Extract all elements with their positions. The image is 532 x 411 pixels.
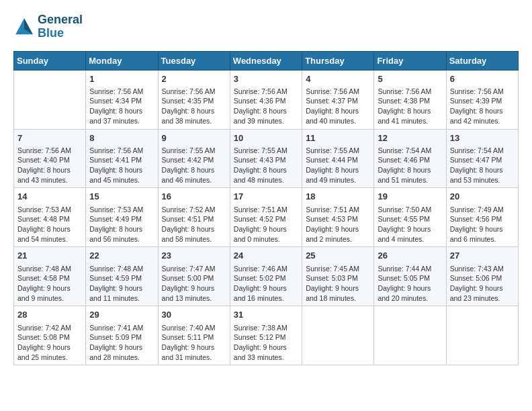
page-header: General Blue	[13, 13, 519, 40]
day-number: 25	[306, 250, 370, 262]
calendar-cell: 29Sunrise: 7:41 AMSunset: 5:09 PMDayligh…	[86, 306, 158, 365]
day-number: 12	[378, 132, 442, 144]
day-info: Sunrise: 7:56 AMSunset: 4:36 PMDaylight:…	[234, 87, 298, 126]
day-info: Sunrise: 7:43 AMSunset: 5:06 PMDaylight:…	[450, 264, 515, 304]
day-info: Sunrise: 7:46 AMSunset: 5:02 PMDaylight:…	[234, 264, 298, 304]
day-info: Sunrise: 7:54 AMSunset: 4:46 PMDaylight:…	[378, 146, 442, 185]
week-row-3: 14Sunrise: 7:53 AMSunset: 4:48 PMDayligh…	[14, 188, 519, 247]
logo-text: General Blue	[38, 13, 83, 40]
calendar-cell: 14Sunrise: 7:53 AMSunset: 4:48 PMDayligh…	[14, 188, 86, 247]
day-number: 8	[89, 132, 154, 144]
day-info: Sunrise: 7:42 AMSunset: 5:08 PMDaylight:…	[17, 323, 82, 363]
day-number: 30	[162, 309, 226, 321]
day-info: Sunrise: 7:56 AMSunset: 4:39 PMDaylight:…	[450, 87, 515, 126]
day-info: Sunrise: 7:56 AMSunset: 4:37 PMDaylight:…	[306, 87, 370, 126]
calendar-cell: 6Sunrise: 7:56 AMSunset: 4:39 PMDaylight…	[446, 70, 518, 129]
calendar-cell	[446, 306, 518, 365]
day-number: 10	[234, 132, 298, 144]
day-info: Sunrise: 7:40 AMSunset: 5:11 PMDaylight:…	[162, 323, 226, 363]
day-info: Sunrise: 7:48 AMSunset: 4:58 PMDaylight:…	[17, 264, 82, 304]
day-info: Sunrise: 7:44 AMSunset: 5:05 PMDaylight:…	[378, 264, 442, 304]
calendar-cell: 9Sunrise: 7:55 AMSunset: 4:42 PMDaylight…	[158, 129, 230, 188]
calendar-cell: 23Sunrise: 7:47 AMSunset: 5:00 PMDayligh…	[158, 247, 230, 306]
day-info: Sunrise: 7:49 AMSunset: 4:56 PMDaylight:…	[450, 205, 515, 244]
header-row: SundayMondayTuesdayWednesdayThursdayFrid…	[14, 51, 519, 70]
logo: General Blue	[13, 13, 83, 40]
day-info: Sunrise: 7:53 AMSunset: 4:48 PMDaylight:…	[17, 205, 82, 244]
day-info: Sunrise: 7:48 AMSunset: 4:59 PMDaylight:…	[89, 264, 154, 304]
day-info: Sunrise: 7:51 AMSunset: 4:52 PMDaylight:…	[234, 205, 298, 244]
calendar-cell: 28Sunrise: 7:42 AMSunset: 5:08 PMDayligh…	[14, 306, 86, 365]
day-number: 6	[450, 73, 515, 85]
day-number: 21	[17, 250, 82, 262]
day-info: Sunrise: 7:38 AMSunset: 5:12 PMDaylight:…	[234, 323, 298, 363]
day-info: Sunrise: 7:55 AMSunset: 4:43 PMDaylight:…	[234, 146, 298, 185]
calendar-cell: 26Sunrise: 7:44 AMSunset: 5:05 PMDayligh…	[374, 247, 446, 306]
day-number: 9	[162, 132, 226, 144]
calendar-cell: 21Sunrise: 7:48 AMSunset: 4:58 PMDayligh…	[14, 247, 86, 306]
day-number: 4	[306, 73, 370, 85]
day-number: 26	[378, 250, 442, 262]
day-number: 24	[234, 250, 298, 262]
day-number: 7	[17, 132, 82, 144]
calendar-table: SundayMondayTuesdayWednesdayThursdayFrid…	[13, 51, 519, 366]
calendar-cell: 25Sunrise: 7:45 AMSunset: 5:03 PMDayligh…	[302, 247, 374, 306]
calendar-cell: 22Sunrise: 7:48 AMSunset: 4:59 PMDayligh…	[86, 247, 158, 306]
calendar-cell	[14, 70, 86, 129]
calendar-cell: 17Sunrise: 7:51 AMSunset: 4:52 PMDayligh…	[230, 188, 302, 247]
calendar-cell: 18Sunrise: 7:51 AMSunset: 4:53 PMDayligh…	[302, 188, 374, 247]
calendar-cell	[374, 306, 446, 365]
week-row-2: 7Sunrise: 7:56 AMSunset: 4:40 PMDaylight…	[14, 129, 519, 188]
calendar-cell: 15Sunrise: 7:53 AMSunset: 4:49 PMDayligh…	[86, 188, 158, 247]
calendar-cell: 13Sunrise: 7:54 AMSunset: 4:47 PMDayligh…	[446, 129, 518, 188]
calendar-cell: 2Sunrise: 7:56 AMSunset: 4:35 PMDaylight…	[158, 70, 230, 129]
day-number: 22	[89, 250, 154, 262]
day-info: Sunrise: 7:55 AMSunset: 4:44 PMDaylight:…	[306, 146, 370, 185]
day-info: Sunrise: 7:56 AMSunset: 4:38 PMDaylight:…	[378, 87, 442, 126]
day-info: Sunrise: 7:52 AMSunset: 4:51 PMDaylight:…	[162, 205, 226, 244]
calendar-cell: 7Sunrise: 7:56 AMSunset: 4:40 PMDaylight…	[14, 129, 86, 188]
day-number: 11	[306, 132, 370, 144]
calendar-cell	[302, 306, 374, 365]
calendar-body: 1Sunrise: 7:56 AMSunset: 4:34 PMDaylight…	[14, 70, 519, 365]
day-number: 3	[234, 73, 298, 85]
calendar-cell: 16Sunrise: 7:52 AMSunset: 4:51 PMDayligh…	[158, 188, 230, 247]
day-info: Sunrise: 7:56 AMSunset: 4:35 PMDaylight:…	[162, 87, 226, 126]
day-info: Sunrise: 7:45 AMSunset: 5:03 PMDaylight:…	[306, 264, 370, 304]
day-number: 29	[89, 309, 154, 321]
day-number: 14	[17, 191, 82, 203]
day-number: 15	[89, 191, 154, 203]
calendar-cell: 8Sunrise: 7:56 AMSunset: 4:41 PMDaylight…	[86, 129, 158, 188]
calendar-cell: 1Sunrise: 7:56 AMSunset: 4:34 PMDaylight…	[86, 70, 158, 129]
day-info: Sunrise: 7:54 AMSunset: 4:47 PMDaylight:…	[450, 146, 515, 185]
day-info: Sunrise: 7:56 AMSunset: 4:34 PMDaylight:…	[89, 87, 154, 126]
calendar-cell: 10Sunrise: 7:55 AMSunset: 4:43 PMDayligh…	[230, 129, 302, 188]
day-number: 31	[234, 309, 298, 321]
day-number: 19	[378, 191, 442, 203]
day-header-saturday: Saturday	[446, 51, 518, 70]
day-info: Sunrise: 7:47 AMSunset: 5:00 PMDaylight:…	[162, 264, 226, 304]
day-header-sunday: Sunday	[14, 51, 86, 70]
day-info: Sunrise: 7:56 AMSunset: 4:41 PMDaylight:…	[89, 146, 154, 185]
day-info: Sunrise: 7:55 AMSunset: 4:42 PMDaylight:…	[162, 146, 226, 185]
calendar-cell: 20Sunrise: 7:49 AMSunset: 4:56 PMDayligh…	[446, 188, 518, 247]
day-number: 17	[234, 191, 298, 203]
day-number: 2	[162, 73, 226, 85]
day-header-tuesday: Tuesday	[158, 51, 230, 70]
day-number: 5	[378, 73, 442, 85]
day-number: 27	[450, 250, 515, 262]
day-number: 28	[17, 309, 82, 321]
day-header-wednesday: Wednesday	[230, 51, 302, 70]
calendar-cell: 27Sunrise: 7:43 AMSunset: 5:06 PMDayligh…	[446, 247, 518, 306]
day-number: 23	[162, 250, 226, 262]
day-number: 20	[450, 191, 515, 203]
day-info: Sunrise: 7:50 AMSunset: 4:55 PMDaylight:…	[378, 205, 442, 244]
day-info: Sunrise: 7:41 AMSunset: 5:09 PMDaylight:…	[89, 323, 154, 363]
calendar-cell: 3Sunrise: 7:56 AMSunset: 4:36 PMDaylight…	[230, 70, 302, 129]
calendar-cell: 4Sunrise: 7:56 AMSunset: 4:37 PMDaylight…	[302, 70, 374, 129]
day-info: Sunrise: 7:53 AMSunset: 4:49 PMDaylight:…	[89, 205, 154, 244]
calendar-cell: 5Sunrise: 7:56 AMSunset: 4:38 PMDaylight…	[374, 70, 446, 129]
calendar-cell: 12Sunrise: 7:54 AMSunset: 4:46 PMDayligh…	[374, 129, 446, 188]
week-row-4: 21Sunrise: 7:48 AMSunset: 4:58 PMDayligh…	[14, 247, 519, 306]
calendar-cell: 19Sunrise: 7:50 AMSunset: 4:55 PMDayligh…	[374, 188, 446, 247]
